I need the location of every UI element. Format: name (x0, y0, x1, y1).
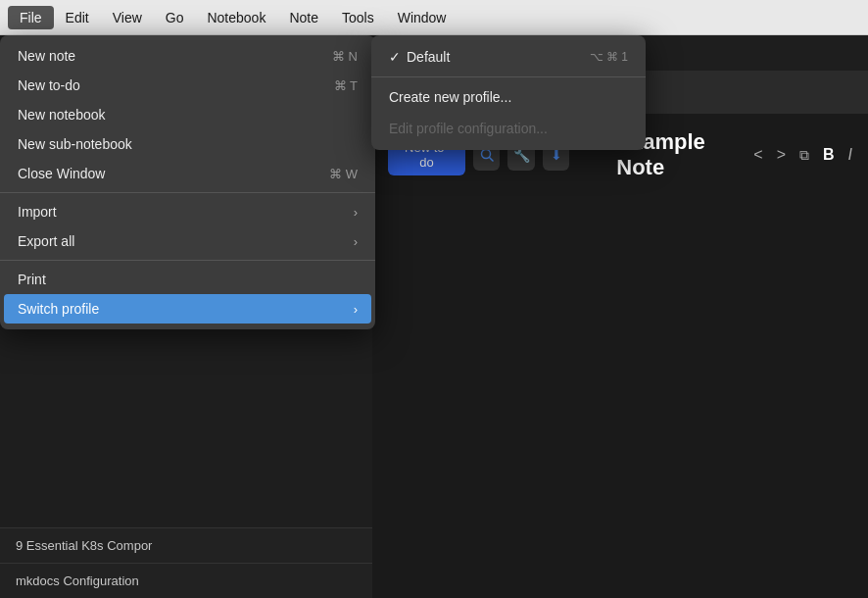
menu-item-import[interactable]: Import › (0, 197, 375, 226)
svg-line-1 (489, 158, 493, 162)
right-content: New to-do 🔧 ⬇ Example Note < > ⧉ B (372, 114, 868, 598)
menu-shortcut: ⌘ W (329, 167, 358, 181)
external-link-icon[interactable]: ⧉ (799, 147, 809, 164)
menu-notebook[interactable]: Notebook (195, 6, 277, 29)
submenu-item-edit-profile: Edit profile configuration... (371, 113, 646, 144)
menu-separator (0, 260, 375, 261)
menu-item-label: Switch profile (18, 301, 99, 317)
menu-item-label: New note (18, 48, 75, 64)
menu-item-label: Print (18, 272, 46, 287)
menu-item-export-all[interactable]: Export all › (0, 226, 375, 256)
nav-forward-icon[interactable]: > (777, 146, 786, 164)
list-item[interactable]: mkdocs Configuration (0, 563, 372, 598)
menu-item-label: New to-do (18, 77, 80, 93)
italic-icon[interactable]: I (848, 146, 852, 164)
file-dropdown-menu: New note ⌘ N New to-do ⌘ T New notebook … (0, 35, 375, 329)
search-icon (480, 148, 494, 162)
menu-item-print[interactable]: Print (0, 265, 375, 294)
menu-view[interactable]: View (101, 6, 154, 29)
submenu-item-create-profile[interactable]: Create new profile... (371, 81, 646, 113)
submenu-arrow-icon: › (354, 234, 358, 249)
submenu-arrow-icon: › (354, 205, 358, 220)
menu-item-new-notebook[interactable]: New notebook (0, 100, 375, 129)
menu-go[interactable]: Go (154, 6, 196, 29)
nav-back-icon[interactable]: < (753, 146, 762, 164)
menu-note[interactable]: Note (277, 6, 330, 29)
menu-item-label: Import (18, 204, 57, 220)
menu-file[interactable]: File (8, 6, 54, 29)
menu-item-new-todo[interactable]: New to-do ⌘ T (0, 71, 375, 100)
switch-profile-submenu: ✓ Default ⌥ ⌘ 1 Create new profile... Ed… (371, 35, 646, 150)
menu-tools[interactable]: Tools (330, 6, 386, 29)
menu-item-new-subnotebook[interactable]: New sub-notebook (0, 129, 375, 159)
submenu-shortcut: ⌥ ⌘ 1 (590, 50, 628, 64)
menu-shortcut: ⌘ N (332, 49, 358, 64)
menu-item-switch-profile[interactable]: Switch profile › (4, 294, 371, 324)
menu-edit[interactable]: Edit (54, 6, 101, 29)
menu-item-label: Close Window (18, 166, 105, 181)
menu-window[interactable]: Window (386, 6, 458, 29)
menu-item-close-window[interactable]: Close Window ⌘ W (0, 159, 375, 188)
submenu-item-default[interactable]: ✓ Default ⌥ ⌘ 1 (371, 41, 646, 73)
submenu-arrow-icon: › (354, 302, 358, 317)
list-item[interactable]: 9 Essential K8s Compor (0, 527, 372, 563)
submenu-item-label: Create new profile... (389, 89, 511, 105)
menu-item-new-note[interactable]: New note ⌘ N (0, 41, 375, 71)
menu-item-label: New sub-notebook (18, 136, 132, 152)
checkmark-icon: ✓ (389, 49, 401, 65)
menu-shortcut: ⌘ T (334, 78, 358, 93)
menu-item-label: New notebook (18, 107, 106, 123)
submenu-item-label: Default (407, 49, 450, 65)
submenu-item-label: Edit profile configuration... (389, 121, 548, 136)
submenu-separator (371, 76, 646, 77)
menu-item-label: Export all (18, 233, 74, 249)
menu-bar: File Edit View Go Notebook Note Tools Wi… (0, 0, 868, 35)
menu-separator (0, 192, 375, 193)
bottom-list: 9 Essential K8s Compor mkdocs Configurat… (0, 527, 372, 598)
bold-icon[interactable]: B (823, 146, 835, 164)
